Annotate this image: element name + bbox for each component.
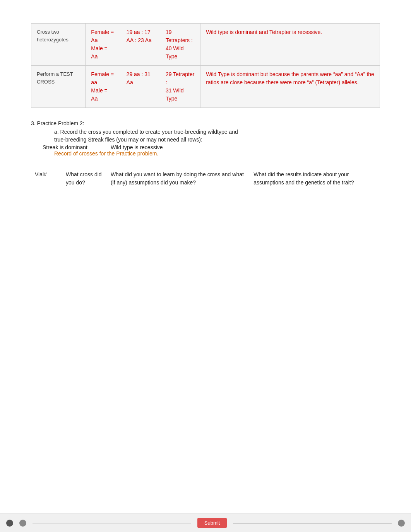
genotype-2: 29 aa : 31 Aa [121, 66, 160, 108]
cross-type-2: Perform a TEST CROSS [31, 66, 86, 108]
table-row-heterozygotes: Cross two heterozygotes Female = Aa Male… [31, 24, 380, 66]
parents-1: Female = Aa Male = Aa [86, 24, 121, 66]
genetics-table: Cross two heterozygotes Female = Aa Male… [31, 23, 380, 108]
record-col1-header: Vial# [31, 167, 62, 190]
phenotype-2: 29 Tetrapter : 31 Wild Type [160, 66, 200, 108]
bottom-line-1 [33, 523, 191, 523]
phenotype-1: 19 Tetrapters : 40 Wild Type [160, 24, 200, 66]
record-col3-header: What did you want to learn by doing the … [107, 167, 250, 190]
genotype-1: 19 aa : 17 AA : 23 Aa [121, 24, 160, 66]
record-link[interactable]: Record of crosses for the Practice probl… [54, 150, 380, 157]
wildtype-label: Wild type is recessive [111, 144, 163, 150]
interpretation-1: Wild type is dominant and Tetrapter is r… [200, 24, 380, 66]
record-col4-header: What did the results indicate about your… [250, 167, 380, 190]
bottom-dot-3 [398, 520, 405, 527]
section-indent-a2: true-breeding Streak flies (you may or m… [54, 136, 380, 143]
bottom-bar: Submit [0, 513, 411, 532]
record-header-row: Vial# What cross did you do? What did yo… [31, 167, 380, 190]
dominance-labels: Streak is dominant Wild type is recessiv… [43, 144, 380, 150]
cross-type-1: Cross two heterozygotes [31, 24, 86, 66]
submit-button[interactable]: Submit [197, 518, 227, 528]
section-indent-a: a. Record the cross you completed to cre… [54, 129, 380, 135]
section-title: 3. Practice Problem 2: [31, 120, 380, 126]
bottom-dot-2 [19, 520, 26, 527]
bottom-dot-1 [6, 520, 13, 527]
record-table-wrapper: Vial# What cross did you do? What did yo… [31, 167, 380, 190]
bottom-line-2 [233, 523, 392, 523]
parents-2: Female = aa Male = Aa [86, 66, 121, 108]
streak-label: Streak is dominant [43, 144, 87, 150]
record-col2-header: What cross did you do? [62, 167, 107, 190]
section-3: 3. Practice Problem 2: a. Record the cro… [31, 120, 380, 157]
interpretation-2: Wild Type is dominant but because the pa… [200, 66, 380, 108]
table-row-test-cross: Perform a TEST CROSS Female = aa Male = … [31, 66, 380, 108]
